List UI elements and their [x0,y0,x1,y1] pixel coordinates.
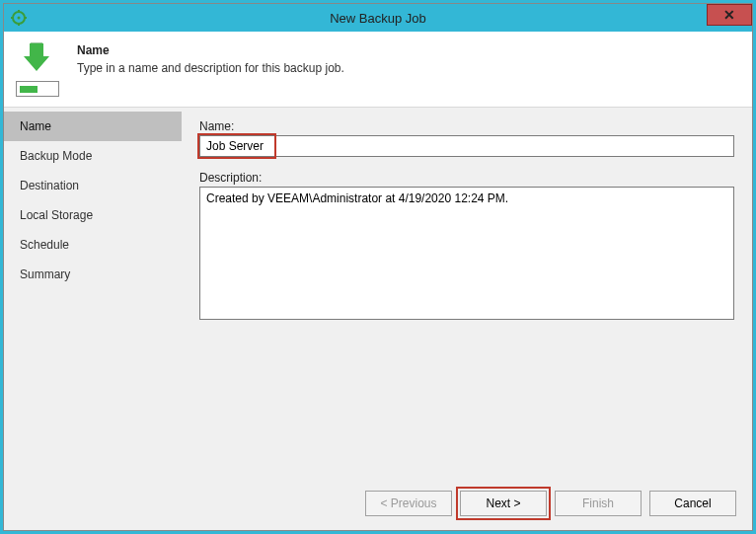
description-label: Description: [199,171,734,185]
wizard-content: Name: Description: [182,108,752,481]
progress-icon [16,81,59,97]
finish-button: Finish [555,491,642,516]
header-subtext: Type in a name and description for this … [77,61,344,75]
close-icon: ✕ [723,7,735,23]
description-textarea[interactable] [199,187,734,320]
sidebar-item-destination[interactable]: Destination [4,171,182,200]
titlebar: New Backup Job ✕ [4,4,752,32]
next-button[interactable]: Next > [460,491,547,516]
name-input[interactable] [199,135,734,157]
cancel-button[interactable]: Cancel [649,491,736,516]
header-heading: Name [77,43,344,57]
previous-button: < Previous [365,491,452,516]
wizard-body: Name Backup Mode Destination Local Stora… [4,108,752,481]
dialog-window: New Backup Job ✕ Name Type in a name and… [3,3,753,531]
close-button[interactable]: ✕ [707,4,752,26]
sidebar-item-local-storage[interactable]: Local Storage [4,200,182,230]
sidebar-item-name[interactable]: Name [4,112,182,141]
step-sidebar: Name Backup Mode Destination Local Stora… [4,108,182,481]
wizard-footer: < Previous Next > Finish Cancel [4,481,752,530]
sidebar-item-backup-mode[interactable]: Backup Mode [4,141,182,171]
window-title: New Backup Job [4,11,752,26]
header-graphic [16,41,65,97]
sidebar-item-summary[interactable]: Summary [4,260,182,289]
wizard-header: Name Type in a name and description for … [4,32,752,108]
sidebar-item-schedule[interactable]: Schedule [4,230,182,260]
name-label: Name: [199,119,734,133]
